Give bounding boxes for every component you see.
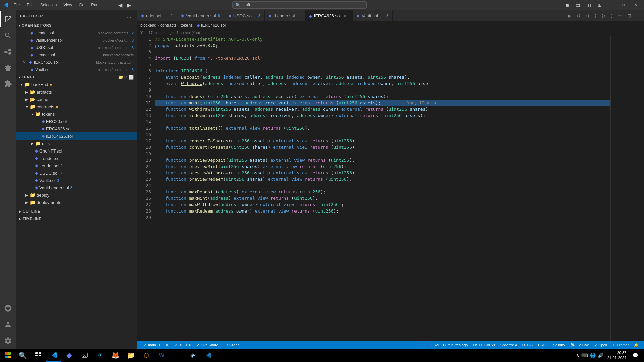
status-prettier[interactable]: ✦ Prettier — [610, 341, 631, 349]
refresh-btn[interactable]: ↺ — [124, 75, 128, 80]
layout-split-btn[interactable]: ▤ — [573, 2, 583, 8]
tree-backEnd[interactable]: ▾ 📁 backEnd ● — [16, 81, 137, 88]
code-content[interactable]: // SPDX-License-Identifier: AGPL-3.0-onl… — [154, 36, 610, 341]
tab-lender[interactable]: ◆ nder.sol 2 — [137, 10, 177, 21]
nav-back[interactable]: ◀ — [116, 1, 124, 9]
taskbar-files[interactable]: 📁 — [123, 349, 138, 362]
split-editor-btn[interactable]: ⊟ — [625, 10, 634, 22]
breadcrumb-toggle[interactable]: ☰ — [615, 10, 625, 22]
tree-utils[interactable]: ▶ 📁 utils — [16, 140, 137, 147]
code-editor[interactable]: 1 2 3 4 5 6 7 8 9 10 11 12 13 14 15 16 1… — [137, 36, 644, 341]
menu-go[interactable]: Go — [76, 2, 87, 8]
breadcrumb-contracts[interactable]: contracts — [160, 23, 177, 28]
tree-erc4626[interactable]: ◆ ERC4626.sol — [16, 125, 137, 132]
lenft-header[interactable]: ▾ LENFT + 📁 ↺ ⬜ — [16, 73, 137, 81]
taskbar-telegram[interactable]: ✈ — [93, 349, 107, 362]
activity-account[interactable] — [0, 316, 16, 333]
step-continue-btn[interactable]: ⟩⟩ — [599, 10, 608, 22]
activity-remote[interactable] — [0, 300, 16, 316]
menu-run[interactable]: Run — [88, 2, 101, 8]
open-editor-lender[interactable]: ◆ Lender.sol blockend\contracts 2 — [16, 29, 137, 37]
tree-ghonft[interactable]: ◆ GhoNFT.sol — [16, 147, 137, 155]
activity-explorer[interactable] — [0, 11, 16, 27]
open-editor-ierc4626[interactable]: ✕ ◆ IERC4626.sol blockend\contracts\to..… — [16, 59, 137, 66]
open-editor-usdc[interactable]: ◆ USDC.sol blockend\contracts 3 — [16, 44, 137, 51]
tree-deployments[interactable]: ▶ 📁 deployments — [16, 199, 137, 206]
tab-ilender[interactable]: ◆ ILender.sol — [265, 10, 305, 21]
win-maximize[interactable]: □ — [618, 2, 629, 8]
taskbar-task-view[interactable] — [31, 349, 46, 362]
activity-extensions[interactable] — [0, 76, 16, 92]
new-folder-btn[interactable]: 📁 — [118, 75, 123, 80]
step-back-btn[interactable]: ⟨⟨ — [583, 10, 592, 22]
win-minimize[interactable]: ─ — [606, 2, 617, 8]
breadcrumb-ierc4626[interactable]: IERC4626.sol — [201, 23, 226, 28]
timeline-header[interactable]: ▶ TIMELINE — [16, 215, 137, 222]
sidebar-more-btn[interactable]: ... — [126, 13, 132, 19]
search-input[interactable] — [243, 3, 364, 7]
activity-search[interactable] — [0, 27, 16, 44]
status-live-share[interactable]: ↗ Live Share — [194, 341, 221, 349]
tab-usdc[interactable]: ◆ USDC.sol 3 — [224, 10, 265, 21]
tree-erc20[interactable]: ◆ ERC20.sol — [16, 118, 137, 125]
tree-usdc[interactable]: ◆ USDC.sol 3 — [16, 169, 137, 177]
menu-more[interactable]: ... — [102, 2, 111, 8]
taskbar-keyboard-icon[interactable]: ⌨ — [581, 353, 588, 358]
status-cursor[interactable]: Ln 11, Col 59 — [470, 341, 497, 349]
taskbar-vscode2[interactable] — [201, 349, 215, 362]
status-errors[interactable]: ✕ 1 ⚠ 15 ℹ 0 — [163, 341, 194, 349]
taskbar-vscode[interactable] — [46, 349, 61, 362]
menu-view[interactable]: View — [61, 2, 75, 8]
taskbar-ethereum[interactable]: ◆ — [62, 349, 76, 362]
win-close[interactable]: ✕ — [630, 2, 641, 8]
tree-lender[interactable]: ◆ Lender.sol 2 — [16, 162, 137, 169]
open-editors-header[interactable]: ▾ OPEN EDITORS — [16, 22, 137, 29]
ierc4626-close-btn[interactable]: ✕ — [23, 60, 26, 65]
layout-grid-btn[interactable]: ⊞ — [595, 2, 604, 8]
tree-cache[interactable]: ▶ 📂 cache — [16, 96, 137, 103]
status-line-ending[interactable]: CRLF — [535, 341, 550, 349]
taskbar-firefox[interactable]: 🦊 — [108, 349, 123, 362]
tab-vault[interactable]: ◆ Vault.sol 3 — [353, 10, 393, 21]
tab-ierc4626-close[interactable]: ✕ — [343, 13, 348, 19]
taskbar-crypto[interactable]: ⬡ — [139, 349, 154, 362]
taskbar-unknown1[interactable]: ◈ — [185, 349, 200, 362]
layout-panel-btn[interactable]: ▥ — [584, 2, 594, 8]
activity-source-control[interactable] — [0, 44, 16, 60]
tree-ilender[interactable]: ◆ ILender.sol — [16, 155, 137, 162]
tree-ierc4626[interactable]: ◆ IERC4626.sol — [16, 132, 137, 140]
taskbar-search[interactable]: 🔍 — [15, 349, 30, 362]
breadcrumb-tokens[interactable]: tokens — [181, 23, 193, 28]
restart-btn[interactable]: ↺ — [574, 10, 583, 22]
outline-header[interactable]: ▶ OUTLINE — [16, 207, 137, 215]
status-go-live[interactable]: 📡 Go Live — [568, 341, 592, 349]
tree-contracts[interactable]: ▾ 📁 contracts ● — [16, 103, 137, 110]
menu-file[interactable]: File — [11, 2, 22, 8]
open-editor-vault[interactable]: ◆ Vault.sol blockend\contracts 3 — [16, 66, 137, 73]
nav-forward[interactable]: ▶ — [125, 1, 133, 9]
status-git-branch[interactable]: ⎇ main ↺ — [140, 341, 163, 349]
run-btn[interactable]: ▶ — [565, 10, 574, 22]
tree-deploy[interactable]: ▶ 📁 deploy — [16, 191, 137, 199]
activity-settings[interactable] — [0, 333, 16, 349]
status-language[interactable]: Solidity — [550, 341, 568, 349]
tab-ierc4626[interactable]: ◆ IERC4626.sol ✕ — [305, 10, 353, 21]
breadcrumb-blockend[interactable]: blockend — [140, 23, 156, 28]
step-out-btn[interactable]: ⟨ — [608, 10, 615, 22]
tab-more-btn[interactable]: … — [634, 10, 644, 22]
step-over-btn[interactable]: ⟩ — [592, 10, 599, 22]
taskbar-notification-btn[interactable]: 💬 — [630, 353, 640, 358]
taskbar-calculator[interactable]: 🖩 — [170, 349, 184, 362]
tree-vault[interactable]: ◆ Vault.sol 3 — [16, 177, 137, 184]
tree-artifacts[interactable]: ▶ 📂 artifacts — [16, 88, 137, 96]
taskbar-volume-icon[interactable]: 🔊 — [598, 353, 603, 358]
status-spell[interactable]: ✓ Spell — [592, 341, 609, 349]
new-file-btn[interactable]: + — [115, 75, 117, 80]
tab-vaultlender[interactable]: ◆ VaultLender.sol 8 — [177, 10, 224, 21]
taskbar-clock[interactable]: 20:37 21-01-2024 — [605, 350, 629, 361]
tree-tokens[interactable]: ▾ 📁 tokens — [16, 110, 137, 118]
status-git-graph[interactable]: Git Graph — [221, 341, 243, 349]
layout-toggle-btn[interactable]: ▣ — [562, 2, 572, 8]
taskbar-network-icon[interactable]: 🌐 — [590, 353, 596, 358]
status-spaces[interactable]: Spaces: 4 — [498, 341, 520, 349]
